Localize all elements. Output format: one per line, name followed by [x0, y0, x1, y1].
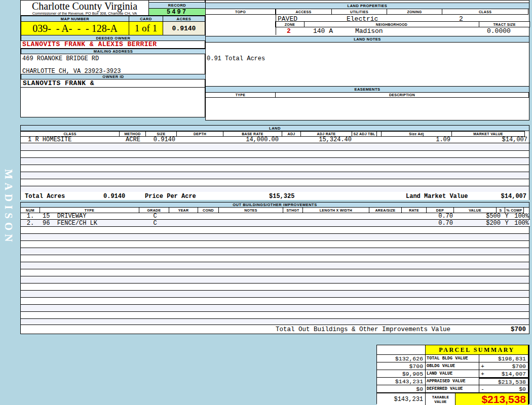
land-notes-text: 0.91 Total Acres	[207, 55, 265, 62]
land-row-sz-adj-tbl	[355, 136, 386, 143]
record-value: 5497	[148, 8, 206, 16]
land-notes-title: LAND NOTES	[205, 36, 529, 43]
land-row-method: ACRE	[120, 136, 146, 143]
county-title: Charlotte County Virginia	[21, 1, 148, 11]
ob-col-year: YEAR	[169, 207, 198, 213]
mailing-address-line1: 469 ROANOKE BRIDGE RD	[22, 55, 99, 62]
county-header: Charlotte County Virginia Commissioner o…	[21, 1, 149, 16]
land-totals-row: Total Acres 0.9140 Price Per Acre $15,32…	[21, 192, 529, 200]
land-market-value-total: $14,007	[501, 193, 526, 200]
ob-row1-dep: 0.70	[431, 213, 459, 219]
ob-total-label: Total Out Buildings & Other Improvements…	[276, 326, 450, 333]
ps-prior-deferred: $0	[377, 385, 426, 393]
neighborhood-label: NEIGHBORHOOD	[304, 21, 479, 27]
ob-col-length-width: LENGTH X WIDTH	[302, 207, 369, 213]
ob-total-row: Total Out Buildings & Other Improvements…	[21, 325, 529, 334]
zoning-label: ZONING	[387, 9, 442, 15]
ps-header-blank	[377, 345, 426, 355]
ob-col-rate: RATE	[401, 207, 427, 213]
neighborhood-value: Madison	[355, 27, 383, 35]
ob-empty-rows	[21, 227, 529, 325]
topo-column-divider	[276, 9, 276, 35]
ps-label-land: LAND VALUE	[426, 370, 479, 378]
ps-label-obldg: OBLDG VALUE	[426, 362, 479, 370]
neighborhood-code: 140 A	[313, 27, 333, 35]
ob-row-2: 2. 96 FENCE/CH LK C 0.70 $200 Y 100%	[21, 220, 530, 227]
ps-row-appraised: $143,231 APPRAISED VALUE $213,538	[377, 378, 528, 385]
ob-row1-s: Y	[502, 213, 511, 219]
total-acres-label: Total Acres	[25, 193, 65, 200]
ob-row1-spacer	[170, 213, 431, 219]
owner-id-value: SLANOVITS FRANK &	[21, 79, 206, 88]
ob-col-sthgt: STHGT	[283, 207, 303, 213]
ps-sign-land: +	[479, 371, 484, 377]
ps-sign-deferred: -	[479, 386, 484, 392]
ps-prior-appraised: $143,231	[377, 378, 426, 385]
utilities-label: UTILITIES	[331, 9, 387, 15]
tract-size-value: 0.0000	[487, 27, 511, 35]
land-row-depth	[178, 136, 225, 143]
land-row-market-value: $14,007	[457, 136, 530, 143]
ob-row2-s: Y	[502, 220, 511, 226]
tract-size-label: TRACT SIZE	[479, 21, 530, 27]
ps-value-land: $14,007	[502, 371, 528, 377]
ps-value-obldg: $700	[512, 363, 528, 370]
ps-value-total-bldg: $198,831	[479, 355, 528, 362]
ob-row2-spacer	[170, 220, 431, 226]
ob-col-area-size: AREA/SIZE	[369, 207, 402, 213]
county-subtitle: Commissioner of the Revenue, PO Box 308,…	[21, 11, 148, 16]
land-row-base-rate: 14,000.00	[225, 136, 284, 143]
ob-row2-dep: 0.70	[431, 220, 459, 226]
acres-value: 0.9140	[163, 21, 205, 35]
land-row-adj-rate: 15,324.40	[303, 136, 355, 143]
easement-type-label: TYPE	[205, 92, 276, 98]
card-value: 1 of 1	[129, 21, 163, 35]
ps-prior-taxable: $143,231	[377, 393, 426, 405]
district-watermark: MADISON	[2, 169, 15, 246]
price-per-acre-label: Price Per Acre	[145, 193, 196, 200]
land-table-title: LAND	[20, 125, 529, 131]
zone-value: 2	[287, 27, 291, 35]
deeded-owner-value: SLANOVITS FRANK & ALEXIS BERRIER	[21, 40, 206, 49]
ps-value-appraised: $213,538	[479, 378, 528, 385]
owner-panel: Charlotte County Virginia Commissioner o…	[20, 0, 205, 117]
zone-label: ZONE	[275, 21, 305, 27]
ps-row-obldg: $700 OBLDG VALUE + $700	[377, 362, 528, 370]
ob-row2-num: 2.	[21, 220, 40, 226]
land-row-size: 0.9140	[146, 136, 178, 143]
price-per-acre-value: $15,325	[269, 193, 294, 200]
ob-total-value: $700	[511, 326, 526, 333]
ob-row2-value: $200	[459, 220, 502, 226]
ps-prior-land: $9,905	[377, 370, 426, 378]
ob-row2-grade: C	[140, 220, 170, 226]
ps-row-land: $9,905 LAND VALUE + $14,007	[377, 370, 528, 378]
ps-row-taxable: $143,231 TAXABLE VALUE $213,538	[377, 393, 528, 405]
ob-row2-pct-comp: 100%	[511, 220, 530, 226]
ps-header-row: PARCEL SUMMARY	[377, 345, 528, 355]
ps-label-taxable: TAXABLE VALUE	[426, 393, 455, 405]
out-buildings-table: OUT BUILDINGS/OTHER IMPROVEMENTS NUM TYP…	[20, 202, 529, 334]
ps-prior-total-bldg: $132,626	[377, 355, 426, 362]
ob-row2-type: 96 FENCE/CH LK	[40, 220, 140, 226]
parcel-summary: PARCEL SUMMARY $132,626 TOTAL BLDG VALUE…	[376, 345, 529, 404]
ob-row-1: 1. 15 DRIVEWAY C 0.70 $500 Y 100%	[21, 213, 530, 220]
ps-sign-obldg: +	[479, 363, 484, 370]
ps-prior-obldg: $700	[377, 362, 426, 370]
ob-row1-type: 15 DRIVEWAY	[40, 213, 140, 219]
access-label: ACCESS	[275, 9, 332, 15]
map-number-value: 039- - A- - - 128-A	[21, 21, 129, 35]
land-market-value-label: Land Market Value	[406, 193, 468, 200]
ob-row1-num: 1.	[21, 213, 40, 219]
land-row-adj	[284, 136, 303, 143]
parcel-summary-title: PARCEL SUMMARY	[426, 345, 528, 355]
land-row-class: 1 R HOMESITE	[21, 136, 120, 143]
mailing-address-label: MAILING ADDRESS	[21, 49, 206, 54]
ob-col-notes: NOTES	[218, 207, 283, 213]
land-table: LAND CLASS METHOD SIZE DEPTH BASE RATE A…	[20, 125, 529, 200]
ps-value-deferred: $0	[519, 386, 528, 392]
class-label: CLASS	[442, 9, 528, 15]
land-row: 1 R HOMESITE ACRE 0.9140 14,000.00 15,32…	[21, 136, 530, 143]
ps-row-deferred: $0 DEFERRED VALUE - $0	[377, 385, 528, 393]
ob-row1-value: $500	[459, 213, 502, 219]
land-empty-rows	[21, 144, 529, 192]
